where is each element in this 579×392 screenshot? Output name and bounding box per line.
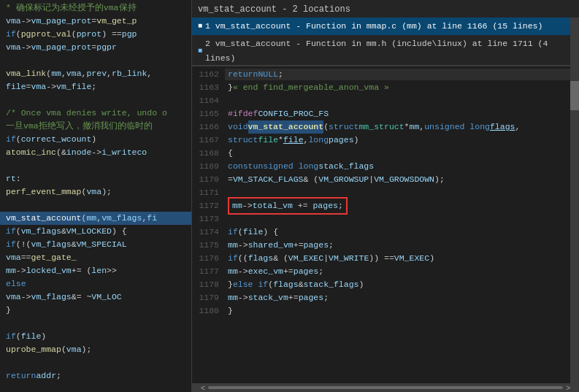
red-box-line: mm->total_vm += pages; (228, 197, 348, 215)
search-results-title: vm_stat_account - 2 locations (192, 1, 579, 18)
ln-1174: 1174 (192, 226, 219, 239)
ln-1168: 1168 (192, 147, 219, 160)
left-line-24: if (file) (0, 330, 191, 343)
left-line-12: atomic_inc(&inode->i_writeco (0, 146, 191, 159)
ln-1177: 1177 (192, 265, 219, 278)
search-results-panel: vm_stat_account - 2 locations ■ 1 vm_sta… (192, 0, 579, 66)
code-line-1162: return NULL; (228, 68, 567, 81)
ln-1169: 1169 (192, 160, 219, 173)
search-result-2-label: 2 vm_stat_account - Function in mm.h (in… (205, 36, 564, 66)
code-line-1168: { (228, 147, 567, 160)
bottom-scrollbar[interactable]: < > (192, 383, 579, 392)
code-line-1174: if (file) { (228, 226, 567, 239)
left-line-7: file = vma->vm_file; (0, 80, 191, 93)
result-icon-1: ■ (198, 19, 202, 34)
left-line-11: if (correct_wcount) (0, 133, 191, 146)
ln-1167: 1167 (192, 134, 219, 147)
left-line-20: else (0, 277, 191, 291)
code-line-1178: } else if (flags & stack_flags) (228, 278, 567, 291)
left-line-17: if (!(vm_flags & VM_SPECIAL (0, 238, 191, 251)
ln-1165: 1165 (192, 107, 219, 120)
bottom-scrollbar-track[interactable] (208, 386, 563, 389)
left-line-6: vma_link(mm, vma, prev, rb_link, (0, 67, 191, 80)
right-panel: vm_stat_account - 2 locations ■ 1 vm_sta… (192, 0, 579, 392)
left-line-13 (0, 159, 191, 172)
scroll-left-arrow[interactable]: < (201, 384, 205, 392)
result-icon-2: ■ (198, 44, 202, 58)
left-line-8 (0, 93, 191, 107)
top-scrollbar[interactable] (570, 18, 579, 69)
ln-1176: 1176 (192, 252, 219, 265)
ln-1171: 1171 (192, 186, 219, 199)
code-line-1177: mm->exec_vm += pages; (228, 265, 567, 278)
code-line-1169: const unsigned long stack_flags (228, 160, 567, 173)
left-line-26 (0, 356, 191, 369)
left-line-1: * 确保标记为未经授予的vma保持 (0, 1, 191, 15)
left-line-16: if (vm_flags & VM_LOCKED) { (0, 225, 191, 238)
code-line-1179: mm->stack_vm += pages; (228, 291, 567, 304)
vm-stat-account-highlight: vm_stat_account (248, 120, 324, 134)
left-code-content: * 确保标记为未经授予的vma保持 vma->vm_page_prot = vm… (0, 0, 191, 392)
left-line-15 (0, 199, 191, 212)
ln-1178: 1178 (192, 278, 219, 291)
left-line-2: vma->vm_page_prot = vm_get_p (0, 15, 191, 28)
left-line-22: } (0, 304, 191, 317)
ln-1166: 1166 (192, 120, 219, 134)
code-line-1165: #ifdef CONFIG_PROC_FS (228, 107, 567, 120)
left-line-3: if (pgprot_val(pprot) == pgp (0, 28, 191, 41)
ln-1179: 1179 (192, 291, 219, 304)
code-line-1164 (228, 94, 567, 107)
left-line-18: vma == get_gate_ (0, 251, 191, 264)
code-line-1172: mm->total_vm += pages; (228, 199, 567, 212)
code-line-1175: mm->shared_vm += pages; (228, 239, 567, 252)
code-line-1170: = VM_STACK_FLAGS & (VM_GROWSUP|VM_GROWSD… (228, 173, 567, 186)
code-panel: 1162 1163 1164 1165 1166 1167 1168 1169 … (192, 66, 579, 392)
search-result-2[interactable]: ■ 2 vm_stat_account - Function in mm.h (… (192, 35, 570, 67)
ln-1164: 1164 (192, 94, 219, 107)
ln-1162: 1162 (192, 68, 219, 81)
left-line-4: vma->vm_page_prot = pgpr (0, 41, 191, 54)
left-line-rt: rt: (0, 172, 191, 185)
left-line-19: mm->locked_vm += (len >> (0, 264, 191, 277)
ln-1172: 1172 (192, 199, 219, 212)
code-content: return NULL; } « end find_mergeable_anon… (225, 66, 570, 383)
ln-1173: 1173 (192, 212, 219, 226)
left-line-vm-stat: vm_stat_account(mm, vm_flags, fi (0, 212, 191, 225)
code-line-1166: void vm_stat_account(struct mm_struct *m… (228, 120, 567, 134)
left-line-25: uprobe_mmap(vma); (0, 343, 191, 356)
ln-1180: 1180 (192, 304, 219, 318)
scroll-right-arrow[interactable]: > (566, 384, 570, 392)
left-line-10: 一旦vma拒绝写入，撤消我们的临时的 (0, 120, 191, 133)
search-result-1-label: 1 vm_stat_account - Function in mmap.c (… (205, 19, 542, 34)
left-line-5 (0, 54, 191, 67)
left-line-21: vma->vm_flags &= ~VM_LOC (0, 291, 191, 304)
code-line-1163: } « end find_mergeable_anon_vma » (228, 81, 567, 94)
left-code-panel: * 确保标记为未经授予的vma保持 vma->vm_page_prot = vm… (0, 0, 192, 392)
scrollbar-thumb[interactable] (570, 81, 579, 110)
left-line-28 (0, 383, 191, 392)
code-scroll-area: 1162 1163 1164 1165 1166 1167 1168 1169 … (192, 66, 579, 383)
right-scrollbar[interactable] (570, 66, 579, 383)
search-result-1[interactable]: ■ 1 vm_stat_account - Function in mmap.c… (192, 18, 570, 35)
left-line-27: return addr; (0, 369, 191, 383)
ln-1175: 1175 (192, 239, 219, 252)
code-line-1167: struct file *file, long pages) (228, 134, 567, 147)
code-line-1180: } (228, 304, 567, 318)
left-line-9: /* Once vma denies write, undo o (0, 107, 191, 120)
ln-1163: 1163 (192, 81, 219, 94)
code-line-1176: if ((flags & (VM_EXEC|VM_WRITE)) == VM_E… (228, 252, 567, 265)
ln-1170: 1170 (192, 173, 219, 186)
search-results-list: ■ 1 vm_stat_account - Function in mmap.c… (192, 18, 570, 69)
left-line-23 (0, 317, 191, 330)
left-line-14: perf_event_mmap(vma); (0, 185, 191, 199)
line-numbers: 1162 1163 1164 1165 1166 1167 1168 1169 … (192, 66, 225, 383)
